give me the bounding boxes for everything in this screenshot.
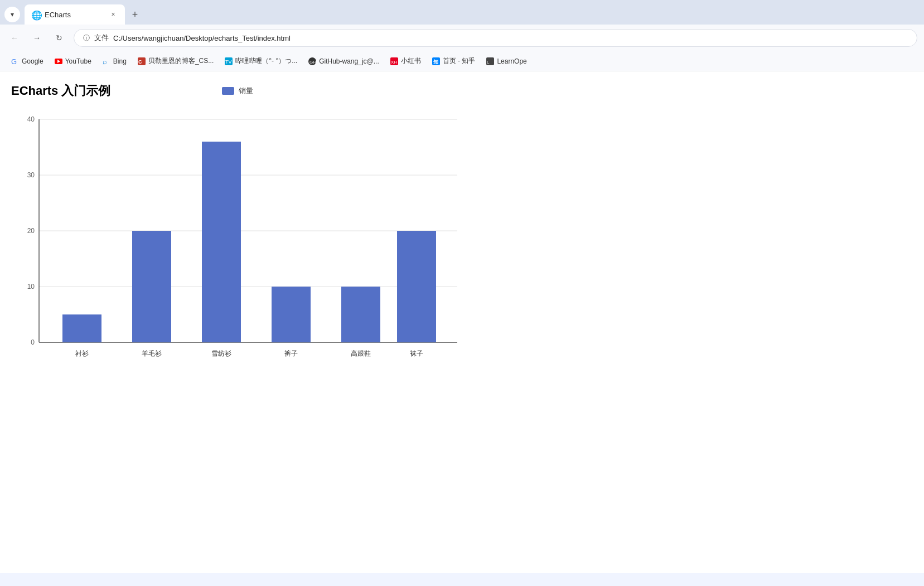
csdn-icon: C [138,57,146,65]
y-label-40: 40 [27,115,35,123]
refresh-button[interactable]: ↻ [51,30,67,46]
page-content: ECharts 入门示例 销量 40 30 20 10 0 [0,71,924,573]
svg-text:⌕: ⌕ [103,57,107,65]
chart-title: ECharts 入门示例 [11,83,110,99]
svg-text:XH: XH [391,60,397,65]
chevron-down-icon: ▾ [11,11,14,18]
chart-header: ECharts 入门示例 销量 [11,83,913,99]
bar-wazi [397,231,436,342]
bookmark-zhihu[interactable]: 知 首页 - 知乎 [428,55,480,67]
svg-text:G: G [11,57,17,65]
info-icon: ⓘ [83,33,90,43]
bar-chart-svg: 40 30 20 10 0 [17,110,457,372]
bookmark-csdn-label: 贝勒里恩的博客_CS... [148,56,214,66]
bilibili-icon: TV [225,57,233,65]
bookmark-learnope[interactable]: L LearnOpe [482,56,531,67]
bookmark-github[interactable]: GH GitHub-wang_jc@... [304,56,384,67]
bar-chenshan [62,314,101,342]
x-label-kuzi: 裤子 [284,350,298,357]
tab-close-button[interactable]: × [108,9,118,20]
url-path: C:/Users/wangjichuan/Desktop/echarts_Tes… [113,34,291,42]
tab-favicon-icon: 🌐 [31,10,40,19]
active-tab[interactable]: 🌐 ECharts × [25,4,125,25]
address-bar: ← → ↻ ⓘ 文件 C:/Users/wangjichuan/Desktop/… [0,25,924,51]
y-label-20: 20 [27,227,35,235]
legend-color-box [222,87,234,95]
google-icon: G [11,57,19,65]
bar-xuefengchan [202,142,241,342]
svg-text:GH: GH [309,60,316,65]
x-label-xuefengchan: 雪纺衫 [211,350,231,357]
y-label-0: 0 [31,338,35,346]
back-button[interactable]: ← [7,30,22,46]
xiaohongshu-icon: XH [390,57,398,65]
bookmark-google-label: Google [22,57,43,65]
bookmark-csdn[interactable]: C 贝勒里恩的博客_CS... [133,55,218,67]
x-label-wazi: 袜子 [410,350,423,357]
bookmark-youtube-label: YouTube [65,57,91,65]
x-label-chenshan: 衬衫 [75,350,89,357]
tab-bar: ▾ 🌐 ECharts × + [0,0,924,25]
y-label-30: 30 [27,171,35,179]
svg-text:L: L [487,60,490,65]
url-bar[interactable]: ⓘ 文件 C:/Users/wangjichuan/Desktop/echart… [74,29,917,47]
bar-chart-container: 40 30 20 10 0 [17,110,913,375]
svg-text:C: C [138,59,142,65]
youtube-icon [55,57,62,65]
tab-dropdown-button[interactable]: ▾ [4,7,20,22]
new-tab-button[interactable]: + [127,7,143,22]
zhihu-icon: 知 [432,57,440,65]
bookmarks-bar: G Google YouTube ⌕ Bing [0,51,924,71]
svg-text:知: 知 [433,59,438,65]
legend-label: 销量 [239,86,253,96]
github-icon: GH [308,57,316,65]
x-label-yangmaochan: 羊毛衫 [142,350,162,357]
bookmark-bing-label: Bing [113,57,127,65]
browser-chrome: ▾ 🌐 ECharts × + ← → ↻ ⓘ 文件 C:/Users/wang… [0,0,924,71]
x-label-gaogengxie: 高跟鞋 [351,350,371,357]
svg-text:TV: TV [225,59,232,65]
learnope-icon: L [486,57,494,65]
bookmark-learnope-label: LearnOpe [497,57,526,65]
bookmark-bing[interactable]: ⌕ Bing [98,56,131,67]
bookmark-google[interactable]: G Google [7,56,48,67]
bookmark-bilibili-label: 哔哩哔哩（°- °）つ... [235,56,297,66]
bing-icon: ⌕ [103,57,110,65]
bookmark-xiaohongshu-label: 小红书 [401,56,421,66]
bar-kuzi [272,287,311,342]
tab-title-label: ECharts [45,11,104,19]
y-label-10: 10 [27,283,35,290]
chart-legend: 销量 [222,86,253,96]
bookmark-youtube[interactable]: YouTube [50,56,96,67]
bar-yangmaochan [132,231,171,342]
forward-button[interactable]: → [29,30,45,46]
bar-gaogengxie [341,287,380,342]
bookmark-zhihu-label: 首页 - 知乎 [443,56,476,66]
bookmark-github-label: GitHub-wang_jc@... [319,57,379,65]
bookmark-bilibili[interactable]: TV 哔哩哔哩（°- °）つ... [220,55,302,67]
file-label: 文件 [94,33,109,43]
bookmark-xiaohongshu[interactable]: XH 小红书 [386,55,425,67]
